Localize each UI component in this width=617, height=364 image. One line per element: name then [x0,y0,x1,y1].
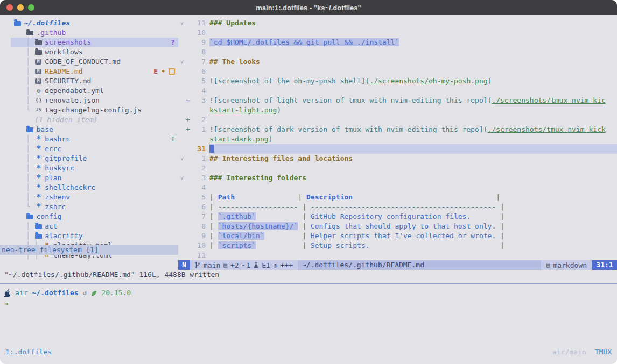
folder-icon [26,31,33,35]
mode-indicator: N [178,260,190,270]
editor-line[interactable]: v1## Interesting files and locations [178,154,617,163]
editor-line[interactable]: 7| `.github` | GitHub Repository configu… [178,212,617,222]
git-sign [186,47,192,57]
editor-line[interactable]: 5| Path | Description | [178,192,617,202]
text-segment: | [471,212,504,220]
fold-indicator [178,125,186,134]
tmux-window-tab[interactable]: 1:.dotfiles [5,347,52,357]
editor-pane[interactable]: v11### Updates109`cd $HOME/.dotfiles && … [178,15,617,260]
tree-item-gitprofile[interactable]: │ *gitprofile [11,154,178,163]
editor-line[interactable]: ~3![screenshot of light version of tmux … [178,96,617,105]
git-sign [186,18,192,28]
tree-item-screenshots[interactable]: │ screenshots? [11,38,178,47]
editor-line[interactable]: 10 [178,28,617,38]
node-version: 20.15.0 [101,288,131,298]
editor-line[interactable]: 9| `local/bin` | Helper scripts that I'v… [178,231,617,241]
editor-line[interactable]: 2 [178,163,617,173]
fold-indicator [178,183,186,192]
tree-item-github[interactable]: .github [11,28,178,38]
tree-item-security-md[interactable]: │ MSECURITY.md [11,76,178,86]
close-button[interactable] [6,4,13,11]
statusline-extra: +++ [281,261,293,269]
tree-guide: │ [13,192,34,202]
editor-line[interactable]: 5![screenshot of the oh-my-posh shell](.… [178,76,617,86]
folder-icon [14,21,21,26]
shell-pane[interactable]: air ~/.dotfiles ↺ 20.15.0 → [4,288,131,309]
fold-indicator [178,105,186,115]
node-leaf-icon [91,290,97,296]
tree-item-readme-md[interactable]: │ MREADME.mdE• [11,67,178,76]
editor-line[interactable]: start-dark.png) [178,134,617,144]
tree-item-renovate-json[interactable]: │ {}renovate.json [11,96,178,105]
tree-guide: │ [13,163,34,173]
tree-item-dotfiles[interactable]: ~/.dotfiles [11,18,178,28]
editor-line[interactable]: v11### Updates [178,18,617,28]
editor-line[interactable]: 8| `hosts/{hostname}/` | Configs that sh… [178,222,617,231]
line-number: 1 [192,125,206,134]
tree-item-config[interactable]: config [11,212,178,222]
line-number: 5 [192,192,206,202]
editor-line[interactable]: 10| `scripts` | Setup scripts. | [178,241,617,251]
tree-item-ecrc[interactable]: │ *ecrc [11,144,178,154]
fold-indicator [178,241,186,251]
tree-item-shellcheckrc[interactable]: │ *shellcheckrc [11,183,178,192]
line-number [192,105,206,115]
tree-item-zshrc[interactable]: └ *zshrc [11,202,178,212]
tree-guide [13,28,26,38]
tree-guide: │ [13,222,34,231]
zoom-button[interactable] [28,4,34,11]
text-segment: ![screenshot of the oh-my-posh shell]( [209,77,369,85]
editor-line[interactable]: 9`cd $HOME/.dotfiles && git pull && ./in… [178,38,617,47]
tree-item-act[interactable]: │ act [11,222,178,231]
asterisk-file-icon: * [35,195,42,200]
editor-line[interactable]: 4 [178,86,617,96]
line-content: ## Interesting files and locations [209,154,617,163]
line-number: 7 [192,212,206,222]
tree-item-base[interactable]: base [11,125,178,134]
line-number: 9 [192,38,206,47]
neo-tree-panel: ~/.dotfiles .github │ screenshots? │ wor… [0,15,178,260]
line-number [192,134,206,144]
git-sign [186,192,192,202]
tree-item-workflows[interactable]: │ workflows [11,47,178,57]
editor-line[interactable]: v7## The looks [178,57,617,67]
text-segment: ![screenshot of light version of tmux wi… [209,96,492,104]
text-segment: ./screenshots/tmux-nvim-kic [492,96,605,104]
editor-line[interactable]: +2 [178,115,617,125]
editor-line[interactable]: 11 [178,251,617,260]
text-segment: | [256,241,311,249]
tree-item-zshenv[interactable]: │ *zshenv [11,192,178,202]
prompt-arrow[interactable]: → [4,299,131,309]
line-content: | `.github` | GitHub Repository configur… [209,212,617,222]
tree-item-code-of-conduct-md[interactable]: │ MCODE_OF_CONDUCT.md [11,57,178,67]
line-number: 1 [192,154,206,163]
editor-line[interactable]: 8 [178,47,617,57]
tree-item-alacritty[interactable]: │ alacritty [11,231,178,241]
minimize-button[interactable] [17,4,24,11]
tree-guide: │ [13,57,34,67]
editor-line[interactable]: +1![screenshot of dark version of tmux w… [178,125,617,134]
statusline-filetype: ▤ markdown [541,261,592,269]
editor-line[interactable]: v3### Interesting folders [178,173,617,183]
git-sign: + [186,115,192,125]
folder-icon [26,127,33,132]
git-sign [186,76,192,86]
tree-item-1-hidden-item[interactable]: (1 hidden item) [11,115,178,125]
tree-item-huskyrc[interactable]: │ *huskyrc [11,163,178,173]
tree-item-bashrc[interactable]: │ *bashrcI [11,134,178,144]
editor-line[interactable]: 4 [178,183,617,192]
line-content: ![screenshot of dark version of tmux wit… [209,125,617,134]
tree-item-label: shellcheckrc [45,183,95,192]
editor-line[interactable]: kstart-light.png) [178,105,617,115]
line-number: 6 [192,202,206,212]
git-sign [186,28,192,38]
editor-line[interactable]: 6| ------------------- | ---------------… [178,202,617,212]
tree-item-plan[interactable]: │ *plan [11,173,178,183]
tree-item-tag-changelog-config-js[interactable]: └ JStag-changelog-config.js [11,105,178,115]
tree-item-label: zshenv [45,192,70,202]
editor-line[interactable]: 6 [178,67,617,76]
tmux-statusbar: 1:.dotfiles air/main TMUX [0,347,617,357]
editor-line[interactable]: 31 [178,144,617,154]
js-file-icon: JS [35,105,42,115]
tree-item-dependabot-yml[interactable]: │ ⚙dependabot.yml [11,86,178,96]
